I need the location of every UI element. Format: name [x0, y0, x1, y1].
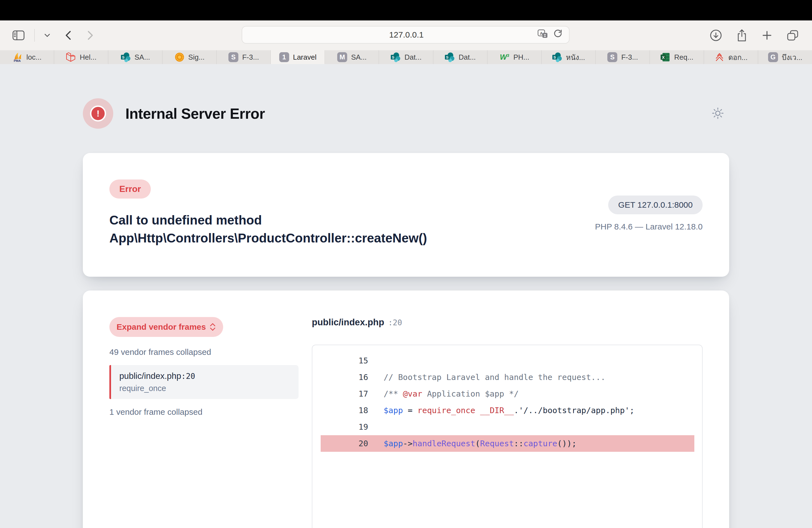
forward-icon [87, 30, 94, 40]
browser-tab[interactable]: Sig... [162, 50, 217, 64]
page-content: ! Internal Server Error Error Call to un… [0, 64, 812, 528]
toolbar-separator [34, 29, 35, 42]
forward-button[interactable] [87, 30, 94, 40]
tab-label: F-3... [621, 53, 638, 62]
favicon-sharepoint-icon: S [445, 52, 455, 62]
code-line: 17/** @var Application $app */ [321, 385, 694, 402]
browser-tab[interactable]: XReq... [650, 50, 704, 64]
line-number: 18 [321, 402, 368, 419]
request-badge: GET 127.0.0.1:8000 [608, 195, 702, 214]
favicon-letter-icon: M [337, 52, 347, 62]
tab-label: Sig... [188, 53, 205, 62]
sidebar-icon [12, 30, 25, 41]
frame-caller: require_once [119, 384, 290, 393]
svg-text:S: S [553, 55, 556, 59]
tab-label: F-3... [242, 53, 259, 62]
stack-trace-card: Expand vendor frames 49 vendor frames co… [83, 291, 729, 528]
frames-column: Expand vendor frames 49 vendor frames co… [110, 317, 299, 417]
tab-label: หนัง... [566, 52, 585, 63]
favicon-seal-icon [174, 52, 185, 62]
favicon-sharepoint-icon: S [390, 52, 401, 62]
browser-tab[interactable]: Sหนัง... [541, 50, 596, 64]
downloads-button[interactable] [710, 29, 722, 41]
frame-file: public/index.php:20 [119, 371, 290, 381]
code-line-highlighted: 20$app->handleRequest(Request::capture()… [321, 435, 694, 452]
tab-label: Hel... [80, 53, 97, 62]
code-line: 16// Bootstrap Laravel and handle the re… [321, 369, 694, 385]
browser-tab[interactable]: SF-3... [217, 50, 271, 64]
browser-tab[interactable]: PMAloc... [0, 50, 54, 64]
tab-label: SA... [351, 53, 366, 62]
browser-tab[interactable]: MSA... [325, 50, 379, 64]
svg-text:S: S [446, 55, 449, 59]
tab-label: บึงเว... [782, 52, 802, 63]
favicon-pma-icon: PMA [12, 52, 23, 62]
code-snippet-panel: 1516// Bootstrap Laravel and handle the … [312, 344, 702, 528]
code-source: // Bootstrap Laravel and handle the requ… [383, 369, 605, 385]
svg-text:S: S [122, 55, 125, 59]
browser-tab[interactable]: SDat... [379, 50, 433, 64]
stack-frame-item[interactable]: public/index.php:20 require_once [110, 365, 299, 399]
collapsed-frames-note-top: 49 vendor frames collapsed [110, 348, 299, 357]
code-line: 15 [321, 352, 694, 369]
line-number: 20 [321, 435, 368, 452]
browser-tab[interactable]: Gบึงเว... [758, 50, 812, 64]
line-number: 19 [321, 419, 368, 435]
browser-tab[interactable]: 1Laravel [271, 50, 325, 64]
favicon-letter-icon: S [228, 52, 238, 62]
macos-menu-bar [0, 0, 812, 20]
address-bar-url[interactable]: 127.0.0.1 [242, 30, 537, 40]
reload-icon[interactable] [553, 29, 563, 40]
browser-tab[interactable]: SSA... [108, 50, 162, 64]
theme-toggle-button[interactable] [711, 107, 724, 120]
line-number: 17 [321, 385, 368, 402]
browser-tab[interactable]: ดอก... [704, 50, 758, 64]
sidebar-menu-button[interactable] [44, 33, 50, 37]
error-message: Call to undefined method App\Http\Contro… [110, 211, 427, 247]
version-info: PHP 8.4.6 — Laravel 12.18.0 [595, 222, 702, 231]
tab-label: Req... [674, 53, 693, 62]
tab-label: ดอก... [728, 52, 748, 63]
address-bar[interactable]: 127.0.0.1 A [242, 26, 569, 44]
new-tab-button[interactable] [762, 30, 772, 41]
line-number: 15 [321, 352, 368, 369]
share-button[interactable] [736, 29, 748, 42]
sun-icon [711, 107, 724, 120]
expand-vendor-frames-button[interactable]: Expand vendor frames [110, 317, 223, 337]
tab-bar: PMAloc...Hel...SSA...Sig...SF-3...1Larav… [0, 50, 812, 64]
download-icon [710, 29, 722, 41]
browser-tab[interactable]: Hel... [54, 50, 108, 64]
tab-label: Dat... [459, 53, 476, 62]
translate-icon[interactable]: A [537, 29, 549, 41]
favicon-w3-icon: W3 [499, 52, 510, 62]
new-tab-icon [762, 30, 772, 41]
svg-text:A: A [540, 31, 543, 35]
favicon-letter-icon: 1 [279, 52, 289, 62]
svg-text:PMA: PMA [14, 59, 20, 62]
code-source: /** @var Application $app */ [383, 385, 519, 402]
sidebar-toggle-button[interactable] [12, 30, 25, 41]
tab-overview-icon [787, 30, 799, 41]
code-source: $app->handleRequest(Request::capture()); [383, 435, 576, 452]
error-type-badge: Error [110, 179, 151, 199]
svg-text:X: X [662, 55, 665, 60]
error-page-header: ! Internal Server Error [83, 98, 729, 129]
tab-label: Dat... [404, 53, 421, 62]
line-number: 16 [321, 369, 368, 385]
tab-overview-button[interactable] [787, 30, 799, 41]
back-button[interactable] [64, 30, 72, 40]
chevron-down-icon [44, 33, 50, 37]
browser-tab[interactable]: W3PH... [488, 50, 541, 64]
browser-tab[interactable]: SF-3... [596, 50, 650, 64]
code-line: 18$app = require_once __DIR__.'/../boots… [321, 402, 694, 419]
favicon-letter-icon: S [607, 52, 618, 62]
browser-tab[interactable]: SDat... [433, 50, 488, 64]
tab-label: loc... [27, 53, 42, 62]
favicon-excel-icon: X [660, 52, 671, 62]
favicon-sharepoint-icon: S [120, 52, 131, 62]
favicon-laravel-icon [66, 52, 76, 62]
browser-toolbar: 127.0.0.1 A [0, 20, 812, 50]
code-file-header: public/index.php:20 [312, 317, 702, 327]
favicon-sharepoint-icon: S [552, 52, 562, 62]
code-column: public/index.php:20 1516// Bootstrap Lar… [312, 317, 702, 528]
